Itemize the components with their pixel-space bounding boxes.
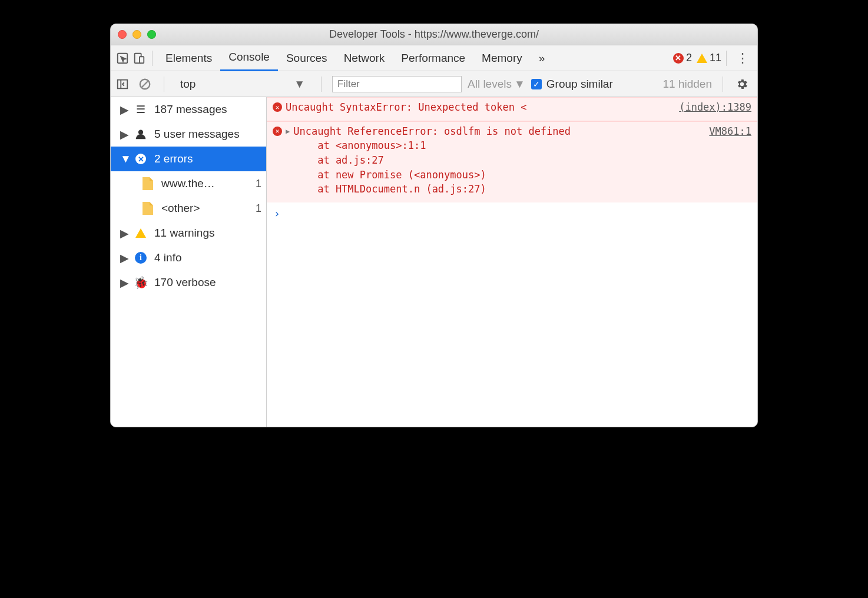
devtools-window: Developer Tools - https://www.theverge.c… (110, 24, 758, 427)
sidebar-item-errors[interactable]: ▼ ✕ 2 errors (111, 147, 266, 171)
group-similar-checkbox[interactable]: ✓ Group similar (531, 78, 613, 91)
sidebar-item-count: 1 (256, 178, 261, 190)
check-icon: ✓ (531, 79, 542, 89)
chevron-right-icon: ▶ (120, 276, 127, 290)
error-icon: ✕ (273, 102, 282, 112)
traffic-lights (118, 30, 156, 39)
console-sidebar: ▶ ☰ 187 messages ▶ 5 user messages ▼ ✕ 2… (111, 97, 267, 427)
toolbar-divider (726, 51, 727, 66)
titlebar: Developer Tools - https://www.theverge.c… (111, 24, 757, 45)
tab-sources[interactable]: Sources (278, 45, 336, 71)
chevron-down-icon: ▼ (514, 78, 525, 91)
main-toolbar: Elements Console Sources Network Perform… (111, 45, 757, 71)
console-filter-bar: top ▼ All levels ▼ ✓ Group similar 11 hi… (111, 71, 757, 97)
more-menu-icon[interactable]: ⋮ (736, 51, 749, 66)
svg-point-7 (138, 130, 143, 135)
tab-elements[interactable]: Elements (157, 45, 220, 71)
sidebar-item-label: 11 warnings (154, 227, 261, 240)
filter-input[interactable] (332, 76, 462, 92)
sidebar-item-verbose[interactable]: ▶ 🐞 170 verbose (111, 270, 266, 295)
error-icon: ✕ (273, 127, 282, 136)
console-message-error[interactable]: ✕ ▶ Uncaught ReferenceError: osdlfm is n… (267, 121, 757, 202)
console-prompt[interactable]: › (267, 202, 757, 224)
chevron-down-icon: ▼ (120, 152, 127, 165)
sidebar-item-label: 4 info (154, 251, 261, 264)
log-levels-select[interactable]: All levels ▼ (468, 78, 525, 91)
file-icon (141, 177, 154, 190)
console-message-text: Uncaught ReferenceError: osdlfm is not d… (293, 124, 705, 197)
toolbar-counters: ✕ 2 11 (673, 52, 721, 64)
chevron-right-icon: ▶ (120, 103, 127, 117)
group-similar-label: Group similar (546, 78, 613, 91)
context-select-label: top (180, 78, 196, 91)
toolbar-divider (723, 77, 723, 92)
console-messages: ✕ Uncaught SyntaxError: Unexpected token… (267, 97, 757, 427)
svg-rect-2 (140, 57, 144, 63)
warning-icon (134, 227, 147, 240)
panel-tabs: Elements Console Sources Network Perform… (157, 45, 553, 71)
window-title: Developer Tools - https://www.theverge.c… (111, 28, 757, 41)
bug-icon: 🐞 (134, 276, 147, 289)
warning-count-text: 11 (710, 52, 721, 64)
log-levels-label: All levels (468, 78, 512, 91)
file-icon (141, 202, 154, 215)
sidebar-item-label: 170 verbose (154, 276, 261, 289)
console-message-source-link[interactable]: (index):1389 (679, 101, 751, 113)
toolbar-divider (321, 77, 322, 92)
zoom-window-button[interactable] (147, 30, 156, 39)
sidebar-item-label: <other> (161, 202, 249, 215)
console-message-error[interactable]: ✕ Uncaught SyntaxError: Unexpected token… (267, 97, 757, 121)
svg-line-6 (142, 81, 148, 87)
prompt-icon: › (274, 207, 280, 220)
sidebar-item-error-source[interactable]: <other> 1 (111, 196, 266, 221)
chevron-right-icon: ▶ (120, 251, 127, 265)
close-window-button[interactable] (118, 30, 127, 39)
toolbar-divider (164, 77, 164, 92)
sidebar-item-label: www.the… (161, 177, 249, 190)
tab-network[interactable]: Network (336, 45, 393, 71)
toolbar-divider (152, 51, 153, 66)
chevron-down-icon: ▼ (294, 78, 305, 91)
hidden-count[interactable]: 11 hidden (663, 78, 712, 91)
user-icon (134, 128, 147, 141)
sidebar-item-user-messages[interactable]: ▶ 5 user messages (111, 122, 266, 147)
sidebar-item-warnings[interactable]: ▶ 11 warnings (111, 221, 266, 245)
error-count-text: 2 (686, 52, 692, 64)
warning-counter[interactable]: 11 (697, 52, 721, 64)
tab-memory[interactable]: Memory (473, 45, 531, 71)
sidebar-item-label: 5 user messages (154, 128, 261, 141)
sidebar-item-error-source[interactable]: www.the… 1 (111, 171, 266, 196)
gear-icon[interactable] (734, 76, 750, 92)
inspect-element-icon[interactable] (114, 50, 131, 67)
clear-console-icon[interactable] (137, 76, 153, 92)
console-message-source-link[interactable]: VM861:1 (709, 125, 751, 137)
chevron-right-icon[interactable]: ▶ (286, 127, 290, 135)
error-icon: ✕ (134, 152, 147, 165)
console-message-text: Uncaught SyntaxError: Unexpected token < (286, 100, 675, 115)
minimize-window-button[interactable] (132, 30, 141, 39)
chevron-right-icon: ▶ (120, 227, 127, 240)
device-toggle-icon[interactable] (131, 50, 147, 67)
tab-performance[interactable]: Performance (393, 45, 473, 71)
tab-console[interactable]: Console (220, 45, 278, 71)
context-select[interactable]: top ▼ (175, 76, 310, 92)
info-icon: i (134, 251, 147, 264)
console-body: ▶ ☰ 187 messages ▶ 5 user messages ▼ ✕ 2… (111, 97, 757, 427)
sidebar-item-messages[interactable]: ▶ ☰ 187 messages (111, 97, 266, 122)
sidebar-item-label: 2 errors (154, 152, 261, 165)
sidebar-item-label: 187 messages (154, 103, 261, 116)
sidebar-toggle-icon[interactable] (114, 76, 131, 92)
tabs-overflow[interactable]: » (531, 45, 554, 71)
chevron-right-icon: ▶ (120, 128, 127, 141)
sidebar-item-info[interactable]: ▶ i 4 info (111, 245, 266, 270)
error-counter[interactable]: ✕ 2 (673, 52, 692, 64)
error-icon: ✕ (673, 53, 684, 64)
warning-icon (697, 54, 707, 63)
sidebar-item-count: 1 (256, 202, 261, 215)
list-icon: ☰ (134, 103, 147, 116)
